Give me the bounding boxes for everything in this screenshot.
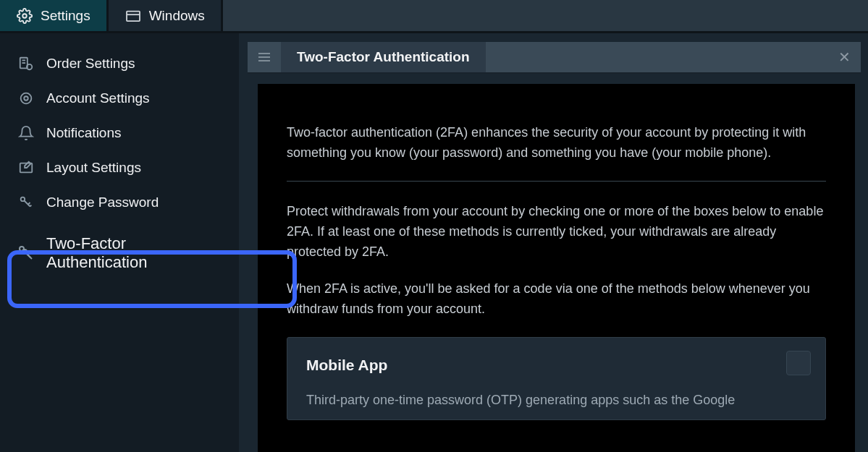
sidebar: Order Settings Account Settings Notifica… [0,33,239,452]
bell-icon [17,124,35,142]
svg-point-8 [24,96,28,101]
content-area: Two-Factor Authentication ✕ Two-factor a… [239,33,868,452]
option-card-mobile-app: Mobile App Third-party one-time password… [287,337,826,419]
topbar-filler [223,0,868,31]
sidebar-item-change-password[interactable]: Change Password [0,185,239,220]
tab-settings-label: Settings [41,8,90,24]
svg-point-7 [21,93,32,104]
intro-text: Two-factor authentication (2FA) enhances… [287,123,826,163]
sidebar-item-label: Layout Settings [46,160,141,176]
sidebar-item-order-settings[interactable]: Order Settings [0,46,239,81]
sidebar-item-label: Two-Factor Authentication [46,234,222,272]
panel-title: Two-Factor Authentication [281,42,486,72]
sidebar-item-label: Order Settings [46,56,135,72]
option-title: Mobile App [306,354,806,378]
panel-body: Two-factor authentication (2FA) enhances… [258,84,855,452]
tab-windows[interactable]: Windows [109,0,223,31]
account-settings-gear-icon [17,90,35,107]
topbar: Settings Windows [0,0,868,33]
panel-header: Two-Factor Authentication ✕ [248,42,861,74]
sidebar-item-label: Notifications [46,125,122,141]
key-icon [17,194,35,211]
panel-drag-handle-icon[interactable] [248,42,281,72]
close-icon[interactable]: ✕ [827,42,861,72]
keys-icon [17,244,35,262]
section-divider [287,181,826,182]
gear-icon [16,7,33,25]
mobile-app-checkbox[interactable] [786,351,811,375]
option-description: Third-party one-time password (OTP) gene… [306,391,806,411]
sidebar-item-label: Account Settings [46,90,150,106]
order-settings-icon [17,55,35,72]
sidebar-item-layout-settings[interactable]: Layout Settings [0,150,239,185]
sidebar-item-two-factor[interactable]: Two-Factor Authentication [0,220,239,286]
svg-point-0 [22,14,27,18]
sidebar-item-account-settings[interactable]: Account Settings [0,81,239,116]
tab-settings[interactable]: Settings [0,0,109,31]
tab-windows-label: Windows [149,8,205,24]
sidebar-item-label: Change Password [46,195,159,210]
window-icon [125,7,142,25]
layout-icon [17,159,35,176]
sidebar-item-notifications[interactable]: Notifications [0,116,239,150]
protect-text: Protect withdrawals from your account by… [287,202,826,263]
when-active-text: When 2FA is active, you'll be asked for … [287,279,826,320]
svg-rect-1 [127,11,140,21]
